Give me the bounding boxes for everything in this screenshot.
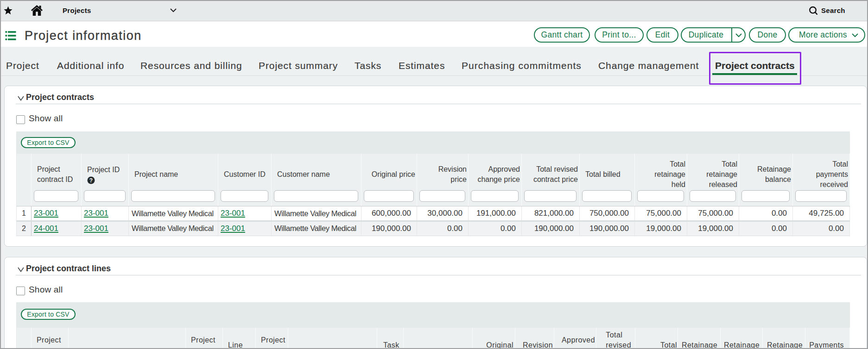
svg-text:?: ? <box>89 177 93 183</box>
